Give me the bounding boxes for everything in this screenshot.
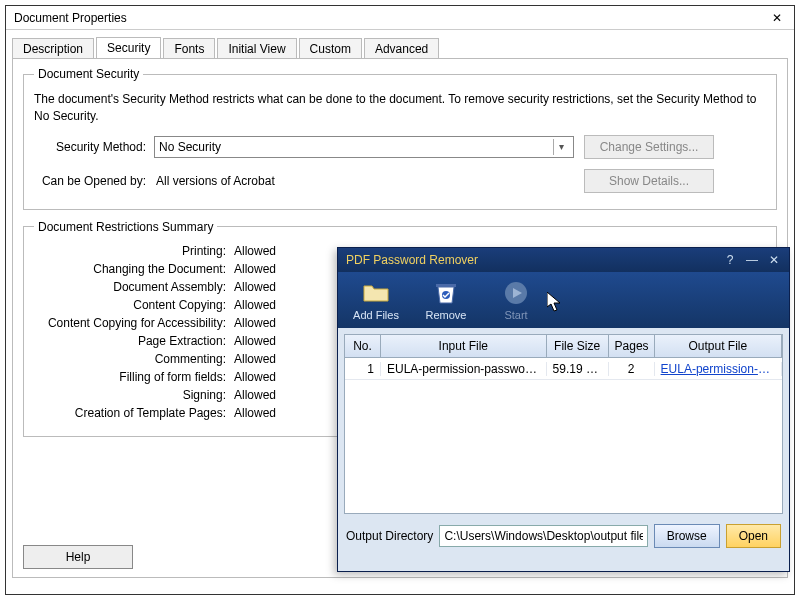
restriction-value: Allowed xyxy=(234,370,276,384)
help-button[interactable]: Help xyxy=(23,545,133,569)
restriction-value: Allowed xyxy=(234,262,276,276)
change-settings-button: Change Settings... xyxy=(584,135,714,159)
restriction-label: Creation of Template Pages: xyxy=(34,406,234,420)
opened-by-label: Can be Opened by: xyxy=(34,174,154,188)
help-icon[interactable]: ? xyxy=(723,253,737,267)
restriction-label: Page Extraction: xyxy=(34,334,234,348)
col-output-file[interactable]: Output File xyxy=(655,335,782,357)
trash-icon xyxy=(432,279,460,307)
restriction-value: Allowed xyxy=(234,316,276,330)
table-row[interactable]: 1EULA-permission-password-prot...59.19 K… xyxy=(345,358,782,380)
security-method-select[interactable]: No Security ▾ xyxy=(154,136,574,158)
pdf-titlebar: PDF Password Remover ? — ✕ xyxy=(338,248,789,272)
col-pages[interactable]: Pages xyxy=(609,335,655,357)
cell-no: 1 xyxy=(345,362,381,376)
col-file-size[interactable]: File Size xyxy=(547,335,609,357)
restriction-label: Filling of form fields: xyxy=(34,370,234,384)
start-button[interactable]: Start xyxy=(488,279,544,321)
tabstrip: Description Security Fonts Initial View … xyxy=(6,30,794,58)
start-label: Start xyxy=(488,309,544,321)
cell-out: EULA-permission-pass... xyxy=(655,362,782,376)
minimize-icon[interactable]: — xyxy=(745,253,759,267)
add-files-button[interactable]: Add Files xyxy=(348,279,404,321)
output-directory-label: Output Directory xyxy=(346,529,433,543)
show-details-button: Show Details... xyxy=(584,169,714,193)
restriction-value: Allowed xyxy=(234,388,276,402)
remove-button[interactable]: Remove xyxy=(418,279,474,321)
cell-in: EULA-permission-password-prot... xyxy=(381,362,547,376)
titlebar: Document Properties ✕ xyxy=(6,6,794,30)
opened-by-value: All versions of Acrobat xyxy=(154,174,574,188)
close-icon[interactable]: ✕ xyxy=(767,253,781,267)
restriction-value: Allowed xyxy=(234,244,276,258)
output-bar: Output Directory Browse Open xyxy=(338,520,789,556)
restriction-label: Commenting: xyxy=(34,352,234,366)
tab-fonts[interactable]: Fonts xyxy=(163,38,215,59)
tab-advanced[interactable]: Advanced xyxy=(364,38,439,59)
restriction-label: Document Assembly: xyxy=(34,280,234,294)
remove-label: Remove xyxy=(418,309,474,321)
tab-security[interactable]: Security xyxy=(96,37,161,59)
restriction-label: Printing: xyxy=(34,244,234,258)
browse-button[interactable]: Browse xyxy=(654,524,720,548)
close-icon[interactable]: ✕ xyxy=(768,11,786,25)
grid-header: No. Input File File Size Pages Output Fi… xyxy=(345,335,782,358)
document-security-legend: Document Security xyxy=(34,67,143,81)
pdf-password-remover-window: PDF Password Remover ? — ✕ Add Files Rem… xyxy=(337,247,790,572)
file-grid: No. Input File File Size Pages Output Fi… xyxy=(344,334,783,514)
restriction-label: Changing the Document: xyxy=(34,262,234,276)
cell-sz: 59.19 KB xyxy=(547,362,609,376)
col-no[interactable]: No. xyxy=(345,335,381,357)
restriction-label: Content Copying for Accessibility: xyxy=(34,316,234,330)
restriction-value: Allowed xyxy=(234,406,276,420)
document-security-group: Document Security The document's Securit… xyxy=(23,67,777,210)
svg-rect-0 xyxy=(436,284,456,287)
restriction-label: Content Copying: xyxy=(34,298,234,312)
window-title: Document Properties xyxy=(14,11,768,25)
chevron-down-icon: ▾ xyxy=(553,139,569,155)
restriction-value: Allowed xyxy=(234,334,276,348)
tab-initial-view[interactable]: Initial View xyxy=(217,38,296,59)
restriction-value: Allowed xyxy=(234,298,276,312)
open-button[interactable]: Open xyxy=(726,524,781,548)
pdf-toolbar: Add Files Remove Start xyxy=(338,272,789,328)
col-input-file[interactable]: Input File xyxy=(381,335,547,357)
security-description: The document's Security Method restricts… xyxy=(34,91,766,125)
tab-custom[interactable]: Custom xyxy=(299,38,362,59)
tab-description[interactable]: Description xyxy=(12,38,94,59)
output-directory-input[interactable] xyxy=(439,525,647,547)
add-files-label: Add Files xyxy=(348,309,404,321)
play-icon xyxy=(502,279,530,307)
folder-icon xyxy=(362,279,390,307)
restriction-value: Allowed xyxy=(234,280,276,294)
security-method-label: Security Method: xyxy=(34,140,154,154)
cell-pg: 2 xyxy=(609,362,655,376)
pdf-window-title: PDF Password Remover xyxy=(346,253,715,267)
restriction-label: Signing: xyxy=(34,388,234,402)
restriction-value: Allowed xyxy=(234,352,276,366)
restrictions-legend: Document Restrictions Summary xyxy=(34,220,217,234)
security-method-value: No Security xyxy=(159,140,221,154)
